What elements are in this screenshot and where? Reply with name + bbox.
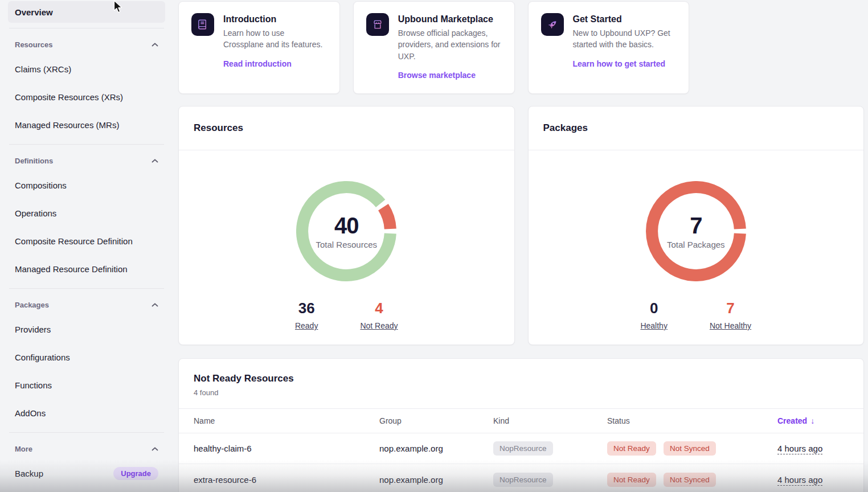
upgrade-badge[interactable]: Upgrade — [113, 467, 158, 480]
column-header-label: Created — [777, 416, 807, 425]
sidebar-item-claims-xrcs[interactable]: Claims (XRCs) — [8, 55, 165, 83]
sidebar: Overview Resources Claims (XRCs) Composi… — [0, 0, 174, 492]
stat-not-healthy: 7 Not Healthy — [710, 300, 751, 331]
created-time-link[interactable]: 4 hours ago — [777, 475, 822, 486]
section-label: Packages — [15, 301, 49, 309]
stat-value: 0 — [640, 300, 667, 317]
get-started-card: Get Started New to Upbound UXP? Get star… — [528, 1, 690, 94]
packages-chart-card: Packages 7 Total Packages 0 Healthy 7 — [528, 106, 865, 345]
card-title: Packages — [543, 122, 588, 134]
sort-descending-icon: ↓ — [810, 416, 814, 425]
not-healthy-link[interactable]: Not Healthy — [710, 321, 751, 330]
cell-kind: NopResource — [493, 473, 607, 487]
storefront-icon — [366, 13, 389, 36]
sidebar-item-managed-resource-definition[interactable]: Managed Resource Definition — [8, 255, 165, 283]
sidebar-item-operations[interactable]: Operations — [8, 199, 165, 227]
sidebar-item-label: Overview — [15, 7, 53, 17]
sidebar-section-more[interactable]: More — [8, 438, 165, 460]
sidebar-divider — [9, 288, 164, 289]
card-title: Resources — [194, 122, 243, 134]
sidebar-item-label: Compositions — [15, 181, 67, 190]
sidebar-item-functions[interactable]: Functions — [8, 371, 165, 399]
sidebar-item-label: AddOns — [15, 408, 46, 418]
chevron-up-icon — [152, 303, 158, 307]
card-header: Packages — [529, 106, 864, 150]
sidebar-item-label: Functions — [15, 380, 52, 390]
section-label: Definitions — [15, 157, 53, 165]
stat-ready: 36 Ready — [295, 300, 318, 331]
info-card-row: Introduction Learn how to use Crossplane… — [178, 1, 864, 94]
table-row[interactable]: healthy-claim-6 nop.example.org NopResou… — [179, 433, 863, 464]
total-label: Total Packages — [667, 240, 725, 249]
card-description: Browse official packages, providers, and… — [398, 27, 502, 62]
cell-status: Not Ready Not Synced — [607, 473, 777, 487]
sidebar-section-resources[interactable]: Resources — [8, 34, 165, 55]
sidebar-item-composite-resources-xrs[interactable]: Composite Resources (XRs) — [8, 83, 165, 111]
resources-chart-card: Resources 40 Total Resources 36 Ready — [178, 106, 515, 345]
status-badge-not-ready: Not Ready — [607, 441, 656, 456]
sidebar-divider — [9, 28, 164, 28]
browse-marketplace-link[interactable]: Browse marketplace — [398, 71, 476, 80]
sidebar-item-label: Claims (XRCs) — [15, 64, 71, 74]
created-time-link[interactable]: 4 hours ago — [777, 444, 822, 454]
healthy-link[interactable]: Healthy — [640, 321, 667, 330]
chart-stats: 0 Healthy 7 Not Healthy — [529, 300, 864, 331]
cell-name: extra-resource-6 — [194, 475, 379, 485]
cell-created: 4 hours ago — [777, 475, 849, 485]
learn-get-started-link[interactable]: Learn how to get started — [573, 59, 666, 68]
stat-value: 7 — [710, 300, 751, 317]
sidebar-item-label: Managed Resource Definition — [15, 264, 128, 274]
cell-status: Not Ready Not Synced — [607, 441, 777, 456]
chevron-up-icon — [152, 447, 158, 451]
column-header-name[interactable]: Name — [194, 416, 379, 425]
card-title: Upbound Marketplace — [398, 13, 502, 24]
sidebar-item-overview[interactable]: Overview — [8, 1, 165, 23]
not-ready-link[interactable]: Not Ready — [360, 321, 398, 330]
sidebar-item-compositions[interactable]: Compositions — [8, 171, 165, 199]
chart-stats: 36 Ready 4 Not Ready — [179, 300, 514, 331]
status-badge-not-synced: Not Synced — [664, 473, 716, 487]
not-ready-resources-card: Not Ready Resources 4 found Name Group K… — [178, 358, 864, 492]
main-content: Introduction Learn how to use Crossplane… — [178, 1, 864, 492]
resources-donut-chart: 40 Total Resources — [296, 181, 396, 281]
sidebar-item-composite-resource-definition[interactable]: Composite Resource Definition — [8, 227, 165, 255]
sidebar-item-configurations[interactable]: Configurations — [8, 343, 165, 371]
read-introduction-link[interactable]: Read introduction — [223, 59, 292, 68]
table-card-header: Not Ready Resources 4 found — [179, 359, 863, 408]
total-count: 40 — [334, 213, 359, 239]
cell-group: nop.example.org — [379, 475, 493, 485]
card-description: Learn how to use Crossplane and its feat… — [223, 27, 327, 51]
sidebar-item-providers[interactable]: Providers — [8, 315, 165, 343]
stat-healthy: 0 Healthy — [640, 300, 667, 331]
cell-name: healthy-claim-6 — [194, 444, 379, 453]
introduction-card: Introduction Learn how to use Crossplane… — [178, 1, 340, 94]
sidebar-item-label: Managed Resources (MRs) — [15, 120, 119, 130]
book-icon — [191, 13, 214, 36]
chevron-up-icon — [152, 43, 158, 47]
sidebar-item-managed-resources-mrs[interactable]: Managed Resources (MRs) — [8, 111, 165, 139]
column-header-created[interactable]: Created↓ — [777, 416, 849, 425]
chart-card-row: Resources 40 Total Resources 36 Ready — [178, 106, 864, 345]
column-header-kind[interactable]: Kind — [493, 416, 607, 425]
sidebar-item-backup[interactable]: Backup Upgrade — [8, 460, 165, 487]
ready-link[interactable]: Ready — [295, 321, 318, 330]
column-header-group[interactable]: Group — [379, 416, 493, 425]
column-header-status[interactable]: Status — [607, 416, 777, 425]
marketplace-card: Upbound Marketplace Browse official pack… — [353, 1, 515, 94]
sidebar-item-label: Providers — [15, 325, 51, 334]
sidebar-divider — [9, 432, 164, 433]
section-label: More — [15, 445, 32, 453]
sidebar-item-addons[interactable]: AddOns — [8, 399, 165, 427]
card-header: Resources — [179, 106, 514, 150]
kind-badge: NopResource — [493, 441, 553, 456]
sidebar-item-label: Backup — [15, 469, 43, 478]
table-header-row: Name Group Kind Status Created↓ — [179, 408, 863, 433]
card-description: New to Upbound UXP? Get started with the… — [573, 27, 677, 51]
status-badge-not-ready: Not Ready — [607, 473, 656, 487]
sidebar-section-definitions[interactable]: Definitions — [8, 150, 165, 171]
table-row[interactable]: extra-resource-6 nop.example.org NopReso… — [179, 464, 863, 492]
result-count: 4 found — [194, 388, 849, 397]
total-count: 7 — [690, 213, 702, 239]
card-title: Introduction — [223, 13, 327, 24]
sidebar-section-packages[interactable]: Packages — [8, 294, 165, 315]
